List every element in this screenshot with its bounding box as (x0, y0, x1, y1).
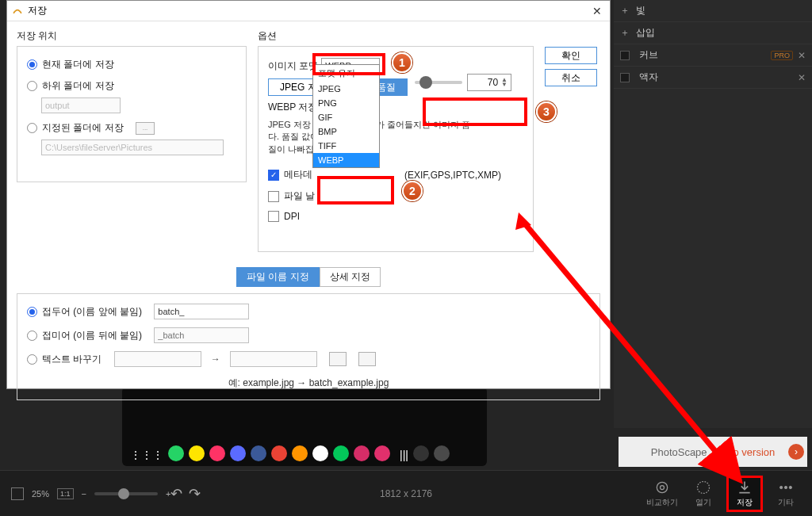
checkbox-dpi[interactable]: DPI (268, 211, 523, 222)
zoom-out-icon[interactable]: − (82, 489, 86, 499)
annotation-arrow (508, 206, 753, 499)
webp-save-label: WEBP 저장 (268, 101, 317, 113)
annotation-badge-1: 1 (392, 52, 412, 73)
plus-icon: ＋ (620, 4, 631, 17)
radio-current-folder[interactable]: 현재 폴더에 저장 (27, 58, 236, 71)
checkbox-filedate[interactable]: 파일 날 (268, 189, 523, 203)
replace-opt-1[interactable] (329, 352, 347, 366)
ok-button[interactable]: 확인 (545, 47, 597, 64)
tab-detail[interactable]: 상세 지정 (320, 267, 381, 287)
svg-point-4 (784, 486, 787, 488)
svg-line-6 (523, 222, 736, 476)
svg-point-5 (789, 486, 791, 488)
right-row-light[interactable]: ＋빛 (614, 0, 812, 22)
redo-icon[interactable]: ↷ (189, 485, 201, 503)
custom-folder-input[interactable] (41, 140, 224, 155)
quality-spinner[interactable]: 70▲▼ (467, 74, 511, 91)
replace-opt-2[interactable] (358, 352, 376, 366)
zoom-slider[interactable] (94, 492, 158, 495)
close-icon[interactable]: ✕ (798, 72, 806, 83)
dialog-title: 저장 (28, 4, 47, 17)
close-icon[interactable]: ✕ (798, 50, 806, 61)
right-row-insert[interactable]: ＋삽입 (614, 22, 812, 44)
right-row-frame[interactable]: 액자✕ (614, 67, 812, 89)
options-label: 옵션 (258, 29, 534, 43)
radio-replace[interactable]: 텍스트 바꾸기 → (27, 351, 590, 367)
browse-button[interactable]: ... (136, 122, 155, 135)
chevron-right-icon[interactable]: › (788, 444, 804, 460)
svg-point-3 (780, 486, 783, 488)
app-logo-icon (12, 6, 23, 17)
dropdown-jpeg[interactable]: JPEG (313, 82, 379, 96)
annotation-badge-3: 3 (536, 101, 557, 122)
prefix-input[interactable] (154, 304, 249, 319)
zoom-value: 25% (32, 489, 49, 499)
image-dimensions: 1812 x 2176 (380, 488, 432, 499)
subfolder-input[interactable] (41, 97, 121, 113)
radio-suffix[interactable]: 접미어 (이름 뒤에 붙임) (27, 327, 590, 343)
ratio-button[interactable]: 1:1 (57, 488, 74, 499)
save-location-group: 현재 폴더에 저장 하위 폴더에 저장 지정된 폴더에 저장 ... (17, 46, 247, 182)
example-text: 예: example.jpg → batch_example.jpg (27, 376, 590, 390)
dialog-titlebar: 저장 ✕ (7, 1, 610, 21)
radio-prefix[interactable]: 접두어 (이름 앞에 붙임) (27, 304, 590, 319)
radio-sub-folder[interactable]: 하위 폴더에 저장 (27, 79, 236, 93)
quality-slider[interactable] (415, 81, 462, 84)
right-row-curve[interactable]: 커브PRO✕ (614, 44, 812, 67)
replace-from-input[interactable] (114, 351, 201, 367)
cancel-button[interactable]: 취소 (545, 69, 597, 86)
dropdown-gif[interactable]: GIF (313, 110, 379, 124)
dropdown-png[interactable]: PNG (313, 96, 379, 110)
replace-to-input[interactable] (230, 351, 317, 367)
undo-icon[interactable]: ↶ (170, 485, 182, 503)
dropdown-keep[interactable]: 포맷 유지 (313, 65, 379, 82)
square-icon[interactable] (11, 487, 24, 500)
checkbox-metadata[interactable]: ✓메타데(EXIF,GPS,IPTC,XMP) (268, 168, 523, 182)
etc-button[interactable]: 기타 (768, 476, 804, 512)
dropdown-tiff[interactable]: TIFF (313, 139, 379, 153)
save-location-label: 저장 위치 (17, 29, 247, 43)
dropdown-webp[interactable]: WEBP (313, 153, 379, 167)
format-dropdown[interactable]: 포맷 유지 JPEG PNG GIF BMP TIFF WEBP (312, 64, 380, 168)
radio-custom-folder[interactable]: 지정된 폴더에 저장 ... (27, 121, 236, 135)
image-format-label: 이미지 포맷 (268, 59, 318, 73)
annotation-badge-2: 2 (402, 181, 423, 201)
suffix-input[interactable] (154, 327, 249, 343)
tab-filename[interactable]: 파일 이름 지정 (236, 267, 320, 287)
plus-icon: ＋ (620, 26, 631, 40)
close-icon[interactable]: ✕ (589, 3, 605, 19)
dropdown-bmp[interactable]: BMP (313, 124, 379, 139)
